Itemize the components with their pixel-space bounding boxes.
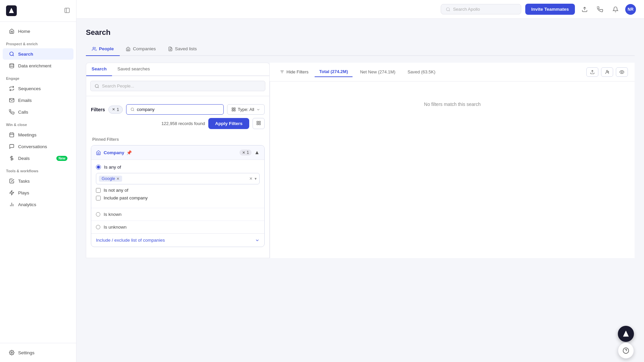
- result-tab-total[interactable]: Total (274.2M): [315, 67, 353, 77]
- sidebar-item-conversations[interactable]: Conversations: [3, 141, 73, 152]
- invite-teammates-button[interactable]: Invite Teammates: [525, 4, 575, 15]
- tab-people[interactable]: People: [86, 43, 120, 56]
- svg-line-16: [449, 10, 450, 11]
- topbar: Search Apollo Invite Teammates NR: [76, 0, 644, 19]
- svg-line-22: [98, 87, 99, 88]
- sub-tab-search[interactable]: Search: [86, 63, 112, 76]
- company-tag-text-input[interactable]: [124, 175, 247, 182]
- hide-filters-button[interactable]: Hide Filters: [276, 67, 312, 76]
- company-tag-input[interactable]: Google ✕ ✕ ▾: [96, 173, 260, 184]
- left-panel: Search Saved searches Search People... F…: [86, 63, 270, 258]
- add-person-icon: [605, 70, 609, 74]
- export-to-list-button[interactable]: [586, 67, 598, 77]
- tag-input-x[interactable]: ✕: [249, 176, 253, 181]
- help-fab-button[interactable]: [618, 343, 634, 359]
- sidebar-item-search[interactable]: Search: [3, 48, 73, 60]
- svg-rect-28: [232, 110, 233, 111]
- company-filter-header[interactable]: Company 📌 ✕ 1 ▲: [91, 145, 264, 160]
- search-layout: Search Saved searches Search People... F…: [86, 63, 635, 258]
- sidebar-item-analytics[interactable]: Analytics: [3, 199, 73, 210]
- grid-view-button[interactable]: [253, 118, 265, 129]
- is-any-of-radio[interactable]: [96, 165, 101, 170]
- sidebar-item-data-enrichment-label: Data enrichment: [18, 63, 51, 68]
- phone-topbar-icon[interactable]: [594, 4, 606, 15]
- sidebar-item-emails[interactable]: Emails: [3, 95, 73, 106]
- add-person-button[interactable]: [601, 67, 613, 77]
- is-known-radio[interactable]: [96, 212, 100, 217]
- search-people-placeholder: Search People...: [102, 83, 134, 88]
- user-avatar[interactable]: NR: [625, 4, 636, 15]
- sidebar-item-settings-label: Settings: [18, 350, 35, 355]
- notifications-upload-icon[interactable]: [579, 4, 590, 15]
- global-search-bar[interactable]: Search Apollo: [441, 4, 521, 14]
- filter-option-is-any-of[interactable]: Is any of: [96, 165, 260, 170]
- win-close-section-label: Win & close: [0, 118, 76, 129]
- svg-rect-30: [259, 121, 260, 123]
- svg-point-4: [10, 63, 14, 65]
- filter-count-chip[interactable]: ✕ 1: [108, 106, 123, 114]
- pinned-filters-section: Pinned Filters Company 📌 ✕: [91, 134, 265, 254]
- view-toggle-button[interactable]: [616, 67, 628, 77]
- include-exclude-label: Include / exclude list of companies: [96, 238, 165, 243]
- company-filter-collapse-icon[interactable]: ▲: [254, 149, 260, 156]
- sidebar-item-conversations-label: Conversations: [18, 144, 47, 149]
- filter-option-include-past-company[interactable]: Include past company: [96, 195, 260, 200]
- sub-tab-saved-searches[interactable]: Saved searches: [112, 63, 155, 76]
- is-not-any-of-checkbox[interactable]: [96, 188, 101, 193]
- filters-bar: Filters ✕ 1 Type: All: [91, 100, 265, 134]
- tab-saved-lists[interactable]: Saved lists: [162, 43, 203, 56]
- sidebar-item-meetings-label: Meetings: [18, 132, 37, 137]
- sidebar-item-home[interactable]: Home: [3, 25, 73, 37]
- company-filter-options: Is any of Google ✕ ✕: [91, 160, 264, 208]
- global-search-placeholder: Search Apollo: [453, 7, 480, 12]
- analytics-icon: [9, 201, 15, 207]
- filter-option-is-unknown[interactable]: Is unknown: [91, 221, 264, 233]
- apollo-fab-button[interactable]: [618, 326, 634, 342]
- apply-filters-button[interactable]: Apply Filters: [208, 118, 249, 129]
- google-tag-label: Google: [102, 176, 115, 181]
- search-people-bar[interactable]: Search People...: [90, 81, 265, 91]
- filter-option-is-not-any-of[interactable]: Is not any of: [96, 188, 260, 193]
- tab-companies[interactable]: Companies: [120, 43, 162, 56]
- export-icon: [590, 70, 595, 74]
- sidebar-item-deals[interactable]: Deals New: [3, 153, 73, 164]
- main-content: Search Apollo Invite Teammates NR Search…: [76, 0, 644, 362]
- filter-search-icon: [130, 107, 135, 112]
- tab-companies-label: Companies: [133, 46, 156, 51]
- app-logo[interactable]: [6, 5, 17, 16]
- sidebar-item-data-enrichment[interactable]: Data enrichment: [3, 60, 73, 71]
- filter-text-input[interactable]: [137, 107, 219, 112]
- sidebar-item-sequences[interactable]: Sequences: [3, 83, 73, 94]
- calendar-icon: [9, 132, 15, 138]
- page-content: Search People Companies Saved lists: [76, 19, 644, 362]
- result-tab-net-new[interactable]: Net New (274.1M): [355, 67, 400, 77]
- sidebar-toggle-button[interactable]: [64, 7, 70, 14]
- svg-point-40: [621, 71, 623, 73]
- tag-input-chevron[interactable]: ▾: [255, 176, 257, 181]
- sidebar-item-meetings[interactable]: Meetings: [3, 129, 73, 140]
- type-filter-dropdown[interactable]: Type: All: [227, 104, 265, 115]
- sidebar-item-settings[interactable]: Settings: [3, 347, 73, 358]
- search-icon: [9, 51, 15, 57]
- sidebar-item-tasks[interactable]: Tasks: [3, 175, 73, 187]
- sidebar-item-calls-label: Calls: [18, 110, 28, 115]
- google-tag-remove[interactable]: ✕: [116, 177, 119, 181]
- plays-icon: [9, 190, 15, 196]
- is-unknown-radio[interactable]: [96, 225, 100, 229]
- filter-option-is-known[interactable]: Is known: [91, 208, 264, 221]
- help-icon: [623, 347, 629, 354]
- svg-rect-27: [234, 110, 235, 111]
- chat-icon: [9, 143, 15, 149]
- result-tab-saved[interactable]: Saved (63.5K): [403, 67, 440, 77]
- include-past-company-checkbox[interactable]: [96, 196, 101, 200]
- filter-search-input[interactable]: [126, 104, 224, 115]
- notifications-bell-icon[interactable]: [610, 4, 621, 15]
- svg-line-24: [133, 110, 134, 111]
- engage-section-label: Engage: [0, 72, 76, 82]
- right-bar: 122,958 records found Apply Filters: [161, 118, 265, 129]
- include-exclude-companies[interactable]: Include / exclude list of companies: [91, 233, 264, 247]
- sidebar-item-plays[interactable]: Plays: [3, 187, 73, 198]
- sidebar-item-home-label: Home: [18, 29, 30, 34]
- is-unknown-label: Is unknown: [104, 225, 126, 230]
- sidebar-item-calls[interactable]: Calls: [3, 106, 73, 118]
